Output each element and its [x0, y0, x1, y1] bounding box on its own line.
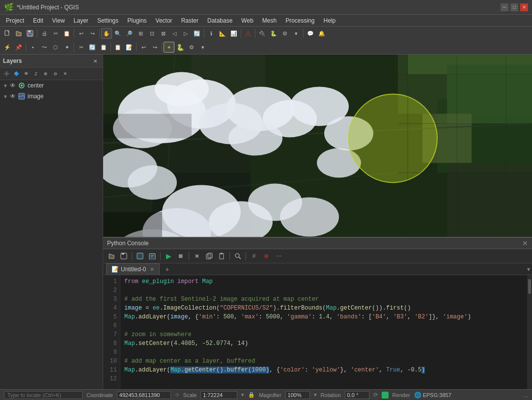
tb-cut[interactable]: ✂ — [50, 28, 61, 39]
layer-expand-all[interactable]: ⊕ — [41, 69, 50, 78]
layer-collapse-all[interactable]: ⊖ — [51, 69, 60, 78]
tb-more[interactable]: ▾ — [291, 28, 302, 39]
tb-more2[interactable]: ▾ — [197, 42, 208, 53]
tb-draw-point[interactable]: • — [28, 42, 38, 53]
tb-field-calc[interactable]: 📝 — [124, 42, 135, 53]
tb-zoom-out[interactable]: 🔎 — [124, 28, 135, 39]
code-editor[interactable]: from ee_plugin import Map # add the firs… — [120, 275, 527, 389]
tb-attr-table[interactable]: 📋 — [112, 42, 123, 53]
tb-zoom-layer[interactable]: ⊡ — [146, 28, 157, 39]
tb-stats[interactable]: 📊 — [228, 28, 239, 39]
menu-project[interactable]: Project — [2, 16, 28, 25]
console-clear-btn[interactable] — [192, 251, 202, 261]
tb-digitize-1[interactable]: ⚡ — [2, 42, 13, 53]
tb-plugin2[interactable]: 🐍 — [268, 28, 279, 39]
rotation-input[interactable] — [345, 391, 369, 399]
menu-processing[interactable]: Processing — [281, 16, 318, 25]
tb-settings[interactable]: ⚙ — [280, 28, 290, 39]
scale-dropdown-icon[interactable]: ▾ — [241, 392, 244, 398]
coordinate-input[interactable] — [117, 391, 171, 399]
tb-plugin1[interactable]: 🔌 — [257, 28, 268, 39]
console-run-btn[interactable]: ▶ — [163, 251, 174, 261]
tb-msg2[interactable]: 🔔 — [316, 28, 327, 39]
tb-pan[interactable]: ✋ — [101, 28, 112, 39]
tb-redo2[interactable]: ↪ — [149, 42, 160, 53]
layer-visible-eye-2[interactable]: 👁 — [10, 93, 16, 100]
tab-close-btn[interactable]: ✕ — [150, 266, 154, 273]
tb-measure[interactable]: 📐 — [217, 28, 228, 39]
close-button[interactable]: ✕ — [520, 3, 528, 11]
crs-display[interactable]: 🌐 EPSG:3857 — [414, 392, 451, 399]
console-open-editor[interactable] — [135, 251, 145, 261]
layer-filter-expr[interactable]: 𝛴 — [31, 69, 40, 78]
tb-python-editor[interactable]: 🐍 — [175, 42, 186, 53]
menu-web[interactable]: Web — [237, 16, 257, 25]
tb-zoom-full[interactable]: ⊞ — [135, 28, 146, 39]
map-area[interactable]: Python Console ✕ ▶ ⏹ — [103, 55, 532, 389]
tb-paste[interactable]: 📋 — [98, 42, 109, 53]
layer-visible-eye[interactable]: 👁 — [10, 82, 16, 89]
menu-database[interactable]: Database — [203, 16, 236, 25]
more-options-btn[interactable]: ... — [524, 392, 528, 398]
tb-undo2[interactable]: ↩ — [138, 42, 149, 53]
console-tab-untitled[interactable]: 📝 Untitled-0 ✕ — [106, 263, 160, 275]
tb-digitize-2[interactable]: 📌 — [13, 42, 24, 53]
tb-print[interactable]: 🖨 — [39, 28, 50, 39]
tb-open[interactable] — [13, 28, 24, 39]
layer-item-center[interactable]: ▼ 👁 center — [0, 80, 103, 91]
tb-draw-poly[interactable]: ⬡ — [50, 42, 61, 53]
menu-raster[interactable]: Raster — [177, 16, 202, 25]
add-tab-btn[interactable]: + — [163, 265, 171, 274]
layer-item-image[interactable]: ▼ 👁 image — [0, 91, 103, 102]
tb-new[interactable] — [2, 28, 13, 39]
console-more-btn[interactable]: ⋯ — [273, 251, 284, 261]
tb-zoom-sel[interactable]: ⊠ — [158, 28, 168, 39]
tb-vertex[interactable]: ✦ — [61, 42, 72, 53]
tb-undo[interactable]: ↩ — [76, 28, 86, 39]
magnifier-input[interactable] — [285, 391, 310, 399]
menu-settings[interactable]: Settings — [93, 16, 122, 25]
console-save-editor[interactable] — [147, 251, 158, 261]
tb-msg1[interactable]: 💬 — [305, 28, 316, 39]
tb-copy[interactable]: 📋 — [61, 28, 72, 39]
console-stop-btn[interactable]: ⏹ — [175, 251, 186, 261]
tb-zoom-next[interactable]: ▷ — [180, 28, 191, 39]
minimize-button[interactable]: ─ — [501, 3, 508, 11]
tb-georef[interactable]: ⌖ — [164, 42, 174, 53]
console-copy-btn[interactable] — [204, 251, 215, 261]
layer-add-btn[interactable]: ➕ — [2, 69, 11, 78]
console-close-btn[interactable]: ✕ — [522, 239, 528, 247]
tb-redo[interactable]: ↪ — [87, 28, 98, 39]
tb-debug[interactable]: ⚙ — [186, 42, 197, 53]
tb-identify[interactable]: ℹ — [206, 28, 217, 39]
tb-refresh[interactable]: 🔄 — [192, 28, 202, 39]
layer-toggle-vis[interactable]: 👁 — [22, 69, 30, 78]
console-paste-btn[interactable] — [216, 251, 227, 261]
tb-save[interactable] — [25, 28, 35, 39]
scale-input[interactable] — [200, 391, 237, 399]
maximize-button[interactable]: □ — [510, 3, 518, 11]
console-search-btn[interactable] — [232, 251, 243, 261]
menu-help[interactable]: Help — [320, 16, 340, 25]
menu-vector[interactable]: Vector — [152, 16, 176, 25]
layer-remove[interactable]: ✕ — [61, 69, 70, 78]
magnifier-slider-icon[interactable]: ▾ — [314, 392, 317, 398]
rotation-btn[interactable]: ⟳ — [373, 392, 378, 398]
tb-err[interactable]: ⚠ — [243, 28, 253, 39]
layers-close-btn[interactable]: ✕ — [91, 57, 100, 65]
console-err-btn[interactable]: ⊗ — [261, 251, 272, 261]
tb-zoom-in[interactable]: 🔍 — [112, 28, 123, 39]
menu-edit[interactable]: Edit — [29, 16, 47, 25]
locate-input[interactable] — [4, 391, 83, 399]
console-save-btn[interactable] — [118, 251, 129, 261]
menu-layer[interactable]: Layer — [70, 16, 92, 25]
tb-draw-line[interactable]: 〜 — [39, 42, 50, 53]
tab-scroll-btn[interactable]: ▾ — [527, 266, 530, 273]
menu-view[interactable]: View — [48, 16, 69, 25]
tb-zoom-prev[interactable]: ◁ — [169, 28, 180, 39]
tb-cut-feat[interactable]: ✂ — [76, 42, 86, 53]
menu-plugins[interactable]: Plugins — [123, 16, 150, 25]
console-comment-btn[interactable]: # — [249, 251, 259, 261]
console-open-btn[interactable] — [106, 251, 117, 261]
tb-rotate[interactable]: 🔄 — [87, 42, 98, 53]
